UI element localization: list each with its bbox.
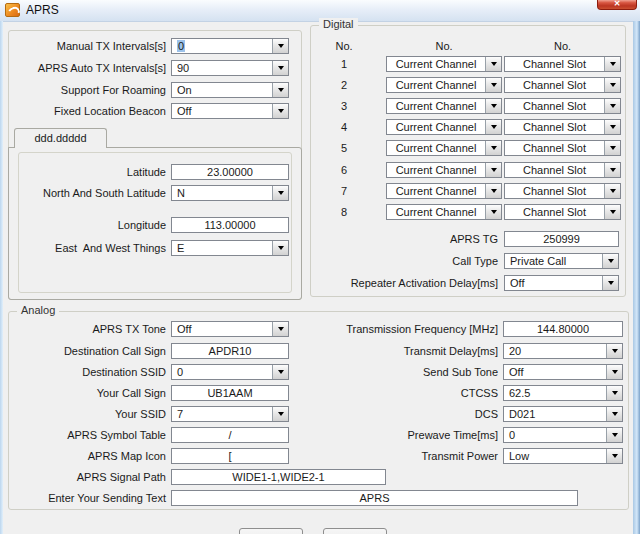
digital-slot-combo-8[interactable]: Channel Slot [504, 204, 621, 220]
chevron-down-icon[interactable] [606, 449, 622, 463]
digital-slot-combo-6[interactable]: Channel Slot [504, 162, 621, 178]
chevron-down-icon[interactable] [602, 254, 618, 268]
chevron-down-icon[interactable] [606, 386, 622, 400]
digital-slot-combo-3[interactable]: Channel Slot [504, 98, 621, 114]
your-callsign-label: Your Call Sign [9, 385, 166, 401]
your-ssid-label: Your SSID [9, 406, 166, 422]
chevron-down-icon[interactable] [606, 365, 622, 379]
digital-header-no: No. [321, 38, 367, 54]
digital-channel-combo-2[interactable]: Current Channel [386, 77, 502, 93]
chevron-down-icon[interactable] [272, 241, 288, 255]
footer-button-1[interactable] [239, 528, 303, 534]
digital-channel-combo-7[interactable]: Current Channel [386, 183, 502, 199]
digital-group-title: Digital [319, 18, 358, 30]
chevron-down-icon[interactable] [604, 57, 620, 71]
digital-slot-combo-1[interactable]: Channel Slot [504, 56, 621, 72]
coordinates-groupbox: Latitude 23.00000 North And South Latitu… [18, 152, 292, 293]
chevron-down-icon[interactable] [485, 184, 501, 198]
digital-row-number: 5 [321, 140, 367, 156]
chevron-down-icon[interactable] [272, 61, 288, 75]
north-south-value: N [172, 186, 272, 200]
chevron-down-icon[interactable] [485, 141, 501, 155]
digital-channel-combo-4[interactable]: Current Channel [386, 119, 502, 135]
transmit-delay-value: 20 [504, 344, 606, 358]
chevron-down-icon[interactable] [485, 78, 501, 92]
chevron-down-icon[interactable] [272, 83, 288, 97]
digital-header-slot: No. [504, 38, 621, 54]
tab-ddd-ddddd[interactable]: ddd.ddddd [14, 128, 107, 148]
chevron-down-icon[interactable] [485, 99, 501, 113]
chevron-down-icon[interactable] [485, 163, 501, 177]
send-sub-tone-combo[interactable]: Off [503, 364, 623, 380]
call-type-label: Call Type [311, 253, 498, 269]
manual-tx-intervals-value: 0 [177, 40, 185, 52]
auto-tx-intervals-value: 90 [172, 61, 272, 75]
aprs-map-icon-label: APRS Map Icon [9, 448, 166, 464]
chevron-down-icon[interactable] [606, 428, 622, 442]
north-south-combo[interactable]: N [171, 185, 289, 201]
chevron-down-icon[interactable] [604, 99, 620, 113]
chevron-down-icon[interactable] [604, 163, 620, 177]
chevron-down-icon[interactable] [606, 407, 622, 421]
digital-slot-combo-7[interactable]: Channel Slot [504, 183, 621, 199]
latitude-field[interactable]: 23.00000 [171, 164, 289, 180]
chevron-down-icon[interactable] [602, 276, 618, 290]
repeater-delay-value: Off [505, 276, 602, 290]
chevron-down-icon[interactable] [606, 344, 622, 358]
digital-slot-combo-2[interactable]: Channel Slot [504, 77, 621, 93]
tx-frequency-field[interactable]: 144.80000 [503, 321, 623, 337]
chevron-down-icon[interactable] [272, 104, 288, 118]
aprs-tg-label: APRS TG [311, 231, 498, 247]
digital-slot-combo-4[interactable]: Channel Slot [504, 119, 621, 135]
dcs-label: DCS [209, 406, 498, 422]
chevron-down-icon[interactable] [604, 78, 620, 92]
digital-channel-combo-5[interactable]: Current Channel [386, 140, 502, 156]
chevron-down-icon[interactable] [604, 184, 620, 198]
repeater-delay-combo[interactable]: Off [504, 275, 619, 291]
chevron-down-icon[interactable] [485, 120, 501, 134]
support-roaming-combo[interactable]: On [171, 82, 289, 98]
east-west-combo[interactable]: E [171, 240, 289, 256]
digital-channel-combo-8[interactable]: Current Channel [386, 204, 502, 220]
longitude-field[interactable]: 113.00000 [171, 217, 289, 233]
transmit-power-combo[interactable]: Low [503, 448, 623, 464]
chevron-down-icon[interactable] [485, 57, 501, 71]
analog-groupbox: Analog APRS TX Tone Off Destination Call… [8, 311, 629, 510]
ctcss-label: CTCSS [209, 385, 498, 401]
footer-button-2[interactable] [323, 528, 387, 534]
call-type-combo[interactable]: Private Call [504, 253, 619, 269]
aprs-dialog: APRS ✕ Manual TX Intervals[s] 0 APRS Aut… [0, 0, 640, 534]
app-icon [5, 3, 20, 17]
transmit-delay-combo[interactable]: 20 [503, 343, 623, 359]
chevron-down-icon[interactable] [272, 186, 288, 200]
digital-channel-combo-3[interactable]: Current Channel [386, 98, 502, 114]
digital-channel-combo-6[interactable]: Current Channel [386, 162, 502, 178]
aprs-signal-path-field[interactable]: WIDE1-1,WIDE2-1 [171, 469, 386, 485]
destination-callsign-label: Destination Call Sign [9, 343, 166, 359]
aprs-tg-field[interactable]: 250999 [504, 231, 619, 247]
window-border-right [633, 21, 640, 534]
close-button[interactable]: ✕ [597, 0, 637, 10]
digital-row-number: 4 [321, 119, 367, 135]
chevron-down-icon[interactable] [604, 120, 620, 134]
digital-slot-combo-5[interactable]: Channel Slot [504, 140, 621, 156]
manual-tx-intervals-combo[interactable]: 0 [171, 38, 289, 54]
fixed-location-beacon-label: Fixed Location Beacon [9, 103, 166, 119]
ctcss-combo[interactable]: 62.5 [503, 385, 623, 401]
chevron-down-icon[interactable] [604, 205, 620, 219]
auto-tx-intervals-combo[interactable]: 90 [171, 60, 289, 76]
aprs-signal-path-label: APRS Signal Path [9, 469, 166, 485]
digital-row-number: 7 [321, 183, 367, 199]
chevron-down-icon[interactable] [272, 39, 288, 53]
digital-channel-combo-1[interactable]: Current Channel [386, 56, 502, 72]
window-title: APRS [26, 3, 59, 17]
dcs-combo[interactable]: D021 [503, 406, 623, 422]
prewave-time-label: Prewave Time[ms] [209, 427, 498, 443]
close-icon: ✕ [614, 0, 621, 8]
chevron-down-icon[interactable] [604, 141, 620, 155]
fixed-location-beacon-combo[interactable]: Off [171, 103, 289, 119]
prewave-time-combo[interactable]: 0 [503, 427, 623, 443]
chevron-down-icon[interactable] [485, 205, 501, 219]
sending-text-field[interactable]: APRS [171, 490, 578, 506]
transmit-power-label: Transmit Power [209, 448, 498, 464]
